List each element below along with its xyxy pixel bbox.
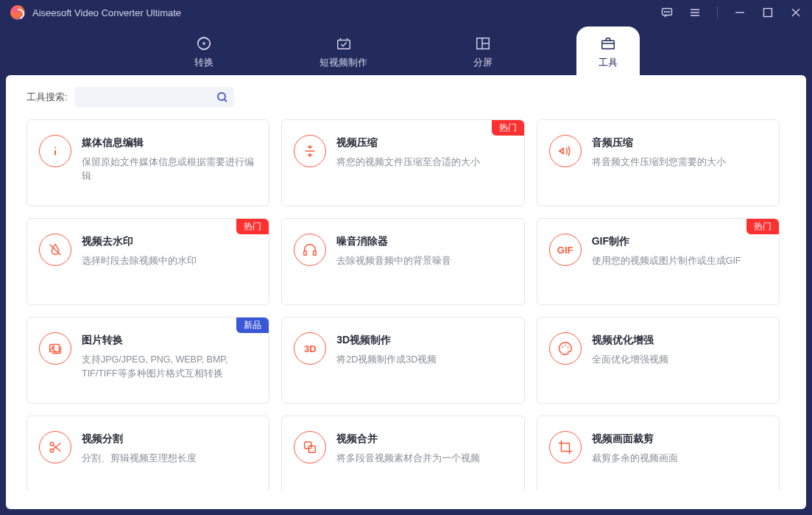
3d-icon: 3D	[294, 332, 326, 365]
tool-desc: 将音频文件压缩到您需要的大小	[592, 155, 726, 169]
svg-point-2	[667, 12, 668, 13]
svg-rect-9	[602, 41, 615, 49]
compress-icon	[294, 135, 326, 167]
tab-label: 分屏	[473, 56, 493, 69]
tool-noise-remove[interactable]: 噪音消除器去除视频音频中的背景噪音	[281, 218, 524, 305]
window-buttons	[661, 7, 802, 18]
no-water-icon	[39, 234, 71, 266]
feedback-icon[interactable]	[661, 7, 673, 18]
search-input[interactable]	[75, 87, 234, 108]
tool-title: 视频压缩	[336, 136, 480, 150]
hot-badge: 热门	[746, 219, 779, 234]
svg-rect-12	[304, 251, 307, 256]
tool-title: 媒体信息编辑	[82, 136, 255, 150]
tool-title: 视频合并	[336, 432, 480, 446]
tool-title: 噪音消除器	[336, 235, 451, 248]
hot-badge: 热门	[236, 219, 269, 234]
tool-media-metadata[interactable]: 媒体信息编辑保留原始文件媒体信息或根据需要进行编辑	[27, 119, 269, 206]
tool-watermark-remove[interactable]: 热门 视频去水印选择时段去除视频中的水印	[27, 218, 269, 305]
tab-label: 工具	[599, 56, 618, 69]
info-icon	[39, 135, 71, 167]
tool-video-merge[interactable]: 视频合并将多段音视频素材合并为一个视频	[281, 416, 524, 491]
menu-icon[interactable]	[689, 7, 701, 18]
svg-point-1	[665, 12, 666, 13]
minimize-icon[interactable]	[734, 7, 746, 18]
palette-icon	[549, 332, 582, 365]
svg-rect-7	[337, 40, 350, 49]
search-row: 工具搜索:	[27, 87, 785, 108]
tool-video-enhance[interactable]: 视频优化增强全面优化增强视频	[537, 317, 780, 404]
svg-rect-22	[308, 446, 315, 452]
tool-desc: 支持JPG/JPEG, PNG, WEBP, BMP, TIF/TIFF等多种图…	[82, 353, 255, 381]
svg-point-6	[202, 42, 205, 45]
tool-video-crop[interactable]: 视频画面裁剪裁剪多余的视频画面	[537, 416, 780, 491]
tools-grid: 媒体信息编辑保留原始文件媒体信息或根据需要进行编辑 热门 视频压缩将您的视频文件…	[27, 119, 785, 491]
scissors-icon	[39, 431, 71, 463]
tool-desc: 选择时段去除视频中的水印	[82, 254, 197, 268]
search-icon	[216, 91, 228, 103]
hot-badge: 热门	[492, 120, 524, 136]
tool-desc: 全面优化增强视频	[592, 353, 668, 367]
tool-desc: 保留原始文件媒体信息或根据需要进行编辑	[82, 155, 255, 183]
app-logo-icon	[10, 5, 25, 20]
tool-image-convert[interactable]: 新品 图片转换支持JPG/JPEG, PNG, WEBP, BMP, TIF/T…	[27, 317, 269, 404]
divider	[717, 7, 718, 18]
tool-desc: 使用您的视频或图片制作或生成GIF	[592, 254, 741, 268]
svg-point-19	[50, 442, 54, 446]
tab-convert[interactable]: 转换	[172, 27, 236, 75]
tool-desc: 将您的视频文件压缩至合适的大小	[336, 155, 480, 169]
tab-mv[interactable]: 短视频制作	[297, 27, 389, 75]
svg-point-20	[50, 449, 54, 452]
tab-label: 短视频制作	[319, 56, 367, 69]
svg-rect-4	[764, 9, 772, 17]
svg-rect-13	[314, 251, 317, 256]
gif-icon: GIF	[549, 234, 582, 266]
svg-point-17	[565, 345, 566, 346]
tab-collage[interactable]: 分屏	[451, 27, 515, 75]
tool-desc: 分割、剪辑视频至理想长度	[82, 452, 197, 466]
svg-rect-21	[305, 442, 311, 449]
tool-gif-maker[interactable]: 热门 GIF GIF制作使用您的视频或图片制作或生成GIF	[537, 218, 780, 305]
close-icon[interactable]	[790, 7, 802, 18]
audio-compress-icon	[549, 135, 582, 167]
svg-point-3	[669, 12, 670, 13]
tool-3d-maker[interactable]: 3D 3D视频制作将2D视频制作成3D视频	[281, 317, 524, 404]
tool-desc: 将2D视频制作成3D视频	[336, 353, 437, 367]
tab-label: 转换	[194, 56, 213, 69]
new-badge: 新品	[236, 318, 269, 333]
tool-title: GIF制作	[592, 235, 741, 248]
tools-panel: 工具搜索: 媒体信息编辑保留原始文件媒体信息或根据需要进行编辑 热门 视频压缩将…	[6, 75, 806, 509]
tool-title: 图片转换	[82, 334, 255, 347]
tool-video-trim[interactable]: 视频分割分割、剪辑视频至理想长度	[27, 416, 269, 491]
tool-title: 音频压缩	[592, 136, 726, 150]
tool-title: 视频去水印	[82, 235, 197, 248]
app-title: Aiseesoft Video Converter Ultimate	[32, 7, 181, 18]
tool-title: 视频画面裁剪	[592, 432, 678, 446]
search-label: 工具搜索:	[27, 91, 68, 104]
tool-video-compress[interactable]: 热门 视频压缩将您的视频文件压缩至合适的大小	[281, 119, 524, 206]
svg-point-10	[218, 93, 225, 100]
headphone-icon	[294, 234, 326, 266]
svg-point-16	[562, 346, 563, 348]
merge-icon	[294, 431, 326, 463]
tool-title: 3D视频制作	[336, 334, 437, 347]
titlebar: Aiseesoft Video Converter Ultimate	[0, 0, 812, 25]
image-convert-icon	[39, 332, 71, 365]
tool-title: 视频优化增强	[592, 334, 668, 347]
search-field[interactable]	[81, 92, 216, 102]
tool-audio-compress[interactable]: 音频压缩将音频文件压缩到您需要的大小	[537, 119, 780, 206]
tool-desc: 去除视频音频中的背景噪音	[336, 254, 451, 268]
crop-icon	[549, 431, 582, 463]
tool-desc: 裁剪多余的视频画面	[592, 452, 678, 466]
tool-title: 视频分割	[82, 432, 197, 446]
maximize-icon[interactable]	[762, 7, 774, 18]
svg-point-11	[54, 147, 56, 149]
tool-desc: 将多段音视频素材合并为一个视频	[336, 452, 480, 466]
tab-toolbox[interactable]: 工具	[576, 27, 640, 75]
svg-point-18	[567, 346, 568, 348]
main-tabs: 转换 短视频制作 分屏 工具	[0, 25, 812, 75]
